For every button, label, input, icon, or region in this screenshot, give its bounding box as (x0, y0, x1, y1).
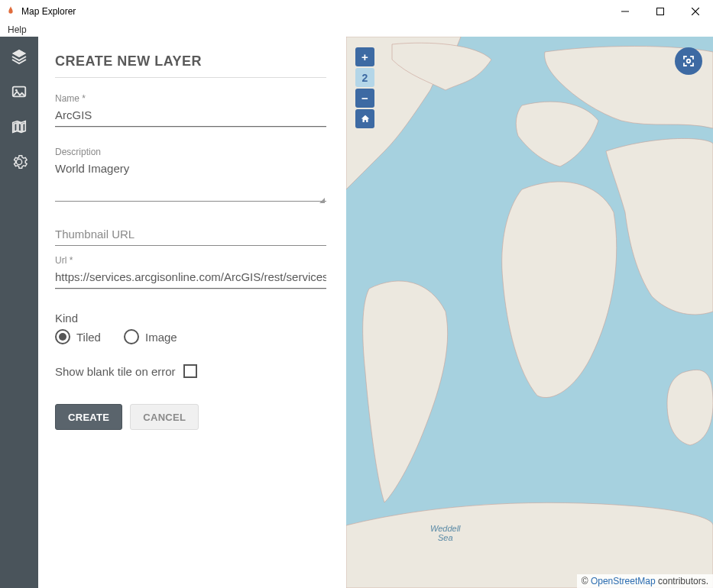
blank-tile-checkbox[interactable] (183, 364, 197, 378)
minimize-button[interactable] (608, 0, 643, 23)
svg-rect-1 (657, 8, 664, 15)
description-label: Description (55, 147, 326, 157)
radio-image[interactable]: Image (124, 329, 177, 344)
name-input[interactable] (55, 105, 326, 127)
thumbnail-input[interactable] (55, 225, 326, 246)
zoom-in-button[interactable]: + (355, 47, 374, 66)
url-input[interactable] (55, 267, 326, 289)
name-label: Name * (55, 93, 326, 104)
layers-icon[interactable] (10, 47, 28, 66)
image-icon[interactable] (10, 82, 28, 101)
panel-title: CREATE NEW LAYER (55, 53, 326, 69)
radio-tiled[interactable]: Tiled (55, 329, 101, 344)
map-attribution: © OpenStreetMap contributors. (577, 574, 713, 588)
svg-point-7 (687, 60, 691, 63)
kind-label: Kind (55, 312, 326, 325)
create-button[interactable]: CREATE (55, 404, 122, 430)
world-map (346, 37, 713, 588)
zoom-out-button[interactable]: − (355, 89, 374, 108)
maximize-button[interactable] (643, 0, 678, 23)
radio-label: Image (145, 331, 177, 344)
window-title: Map Explorer (21, 6, 76, 17)
fullscreen-button[interactable] (675, 47, 702, 75)
home-button[interactable] (355, 109, 374, 128)
create-layer-panel: CREATE NEW LAYER Name * Description Worl… (38, 37, 346, 588)
app-icon (5, 5, 17, 18)
zoom-level: 2 (355, 68, 374, 87)
sidebar (0, 37, 38, 588)
menu-help[interactable]: Help (5, 24, 30, 35)
blank-tile-label: Show blank tile on error (55, 365, 176, 378)
resize-handle-icon[interactable] (319, 198, 325, 203)
cancel-button[interactable]: CANCEL (130, 404, 199, 430)
radio-label: Tiled (76, 331, 101, 344)
close-button[interactable] (678, 0, 713, 23)
divider (55, 77, 326, 78)
osm-link[interactable]: OpenStreetMap (591, 576, 656, 586)
titlebar: Map Explorer (0, 0, 713, 23)
map-icon[interactable] (10, 118, 28, 136)
menubar: Help (0, 23, 713, 37)
map-zoom-controls: + 2 − (355, 47, 374, 128)
description-input[interactable]: World Imagery (55, 159, 326, 202)
map-view[interactable]: + 2 − WeddellSea © OpenStreetMap contrib… (346, 37, 713, 588)
radio-icon (55, 329, 70, 344)
radio-icon (124, 329, 139, 344)
gear-icon[interactable] (10, 153, 28, 171)
url-label: Url * (55, 255, 326, 266)
sea-label: WeddellSea (430, 524, 461, 542)
